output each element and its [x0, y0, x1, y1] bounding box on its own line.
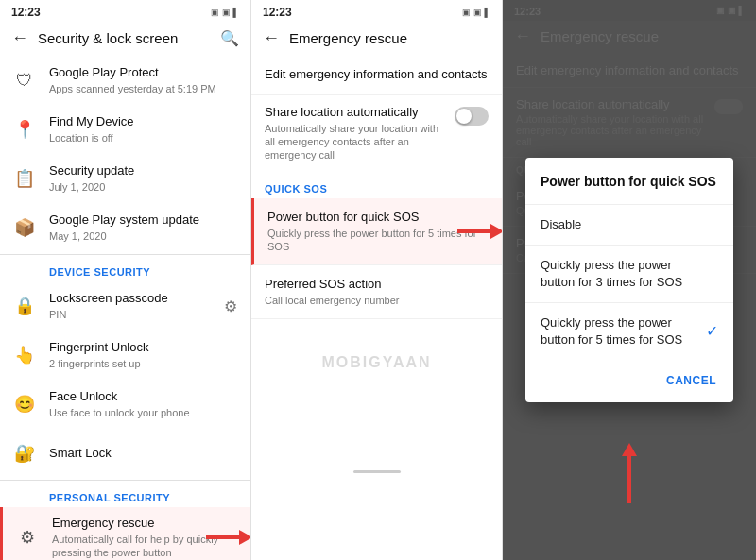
- cancel-button[interactable]: CANCEL: [657, 368, 726, 393]
- item-title: Edit emergency information and contacts: [265, 67, 489, 83]
- item-content: Lockscreen passcode PIN: [49, 291, 211, 321]
- item-title: Share location automatically: [265, 105, 445, 121]
- item-subtitle: Automatically share your location with a…: [265, 122, 445, 162]
- face-icon: 😊: [13, 394, 36, 415]
- option-3times-label: Quickly press the power button for 3 tim…: [541, 257, 718, 291]
- watermark: MOBIGYAAN: [321, 354, 431, 371]
- battery-icon-2: ▌: [485, 8, 490, 17]
- list-item-face-unlock[interactable]: 😊 Face Unlock Use face to unlock your ph…: [0, 380, 250, 429]
- time-2: 12:23: [263, 6, 292, 19]
- dialog-actions: CANCEL: [525, 363, 733, 395]
- list-item-preferred-sos[interactable]: Preferred SOS action Call local emergenc…: [251, 265, 502, 319]
- device-security-header: DEVICE SECURITY: [0, 257, 250, 281]
- dialog-divider-2: [525, 302, 733, 303]
- scroll-indicator-2: [353, 470, 401, 473]
- list-item-play-system-update[interactable]: 📦 Google Play system update May 1, 2020: [0, 203, 250, 252]
- item-content: Face Unlock Use face to unlock your phon…: [49, 389, 237, 419]
- page-title-1: Security & lock screen: [38, 30, 211, 46]
- panel-emergency: 12:23 ▣ ▣ ▌ ← Emergency rescue Edit emer…: [251, 0, 503, 560]
- list-item-find-my-device[interactable]: 📍 Find My Device Location is off: [0, 105, 250, 154]
- item-title: Face Unlock: [49, 389, 237, 405]
- power-button-dialog: Power button for quick SOS Disable Quick…: [525, 158, 733, 401]
- red-arrow-up: [622, 443, 637, 503]
- option-5times-label: Quickly press the power button for 5 tim…: [541, 314, 706, 348]
- red-arrow-2: [457, 224, 502, 239]
- checkmark-icon: ✓: [706, 321, 718, 342]
- status-icons-2: ▣ ▣ ▌: [462, 8, 490, 17]
- list-item-security-update[interactable]: 📋 Security update July 1, 2020: [0, 154, 250, 203]
- list-item-google-play-protect[interactable]: 🛡 Google Play Protect Apps scanned yeste…: [0, 56, 250, 105]
- panel-dialog: 12:23 ▣ ▣ ▌ ← Emergency rescue Edit emer…: [503, 0, 756, 560]
- smart-lock-icon: 🔐: [13, 443, 36, 464]
- status-bar-2: 12:23 ▣ ▣ ▌: [251, 0, 502, 23]
- item-title: Security update: [49, 163, 237, 179]
- item-title: Google Play Protect: [49, 65, 237, 81]
- signal-icon: ▣: [211, 8, 219, 17]
- list-item-lockscreen[interactable]: 🔒 Lockscreen passcode PIN ⚙: [0, 281, 250, 331]
- item-title: Power button for quick SOS: [267, 210, 489, 226]
- list-item-emergency-rescue[interactable]: ⚙ Emergency rescue Automatically call fo…: [0, 507, 250, 560]
- item-content: Fingerprint Unlock 2 fingerprints set up: [49, 340, 237, 370]
- settings-list-1: 🛡 Google Play Protect Apps scanned yeste…: [0, 56, 250, 560]
- item-title: Lockscreen passcode: [49, 291, 211, 307]
- dialog-option-disable[interactable]: Disable: [525, 207, 733, 243]
- item-title: Find My Device: [49, 114, 237, 130]
- item-content: Find My Device Location is off: [49, 114, 237, 144]
- item-subtitle: Apps scanned yesterday at 5:19 PM: [49, 82, 237, 95]
- security-update-icon: 📋: [13, 168, 36, 189]
- item-subtitle: Use face to unlock your phone: [49, 406, 237, 419]
- item-content: Power button for quick SOS Quickly press…: [267, 210, 489, 253]
- wifi-icon: ▣: [222, 8, 231, 17]
- item-content: Google Play system update May 1, 2020: [49, 212, 237, 243]
- status-bar-1: 12:23 ▣ ▣ ▌: [0, 0, 250, 23]
- toggle-content: Share location automatically Automatical…: [265, 105, 445, 162]
- page-title-2: Emergency rescue: [289, 30, 490, 46]
- back-button-2[interactable]: ←: [263, 28, 280, 48]
- list-item-smart-lock[interactable]: 🔐 Smart Lock: [0, 429, 250, 478]
- list-item-fingerprint[interactable]: 👆 Fingerprint Unlock 2 fingerprints set …: [0, 331, 250, 380]
- time-1: 12:23: [11, 6, 41, 19]
- wifi-icon-2: ▣: [473, 8, 482, 17]
- signal-icon-2: ▣: [462, 8, 471, 17]
- item-subtitle: May 1, 2020: [49, 229, 237, 243]
- search-button-1[interactable]: 🔍: [220, 29, 239, 47]
- lock-icon: 🔒: [13, 296, 36, 316]
- dark-overlay: Power button for quick SOS Disable Quick…: [503, 0, 756, 560]
- option-disable-label: Disable: [541, 216, 581, 233]
- item-subtitle: Call local emergency number: [265, 294, 489, 307]
- list-item-edit-emergency[interactable]: Edit emergency information and contacts: [251, 56, 502, 95]
- divider-2: [0, 480, 250, 481]
- gear-icon[interactable]: ⚙: [224, 297, 237, 315]
- item-content: Edit emergency information and contacts: [265, 67, 489, 83]
- item-subtitle: Location is off: [49, 131, 237, 144]
- status-icons-1: ▣ ▣ ▌: [211, 8, 239, 17]
- top-bar-1: ← Security & lock screen 🔍: [0, 23, 250, 56]
- list-item-share-location[interactable]: Share location automatically Automatical…: [251, 95, 502, 172]
- item-subtitle: July 1, 2020: [49, 180, 237, 194]
- dialog-divider-1: [525, 245, 733, 246]
- top-bar-2: ← Emergency rescue: [251, 23, 502, 56]
- panel-security: 12:23 ▣ ▣ ▌ ← Security & lock screen 🔍 🛡…: [0, 0, 251, 560]
- battery-icon: ▌: [233, 8, 239, 17]
- location-icon: 📍: [13, 119, 36, 140]
- dialog-option-3times[interactable]: Quickly press the power button for 3 tim…: [525, 247, 733, 300]
- item-subtitle: Quickly press the power button for 5 tim…: [267, 227, 489, 254]
- share-location-toggle[interactable]: [455, 107, 489, 126]
- red-arrow-1: [206, 530, 250, 545]
- quick-sos-header: QUICK SOS: [251, 172, 502, 198]
- item-subtitle: PIN: [49, 308, 211, 321]
- item-title: Preferred SOS action: [265, 277, 489, 293]
- dialog-divider-0: [525, 204, 733, 205]
- item-content: Security update July 1, 2020: [49, 163, 237, 194]
- item-title: Fingerprint Unlock: [49, 340, 237, 356]
- back-button-1[interactable]: ←: [11, 28, 28, 48]
- list-item-power-button-sos[interactable]: Power button for quick SOS Quickly press…: [251, 198, 502, 265]
- item-title: Google Play system update: [49, 212, 237, 229]
- item-subtitle: 2 fingerprints set up: [49, 357, 237, 370]
- emergency-icon: ⚙: [16, 527, 39, 548]
- fingerprint-icon: 👆: [13, 345, 36, 365]
- system-update-icon: 📦: [13, 217, 36, 238]
- shield-icon: 🛡: [13, 71, 36, 91]
- dialog-option-5times[interactable]: Quickly press the power button for 5 tim…: [525, 305, 733, 358]
- panel2-scroll: Edit emergency information and contacts …: [251, 56, 502, 560]
